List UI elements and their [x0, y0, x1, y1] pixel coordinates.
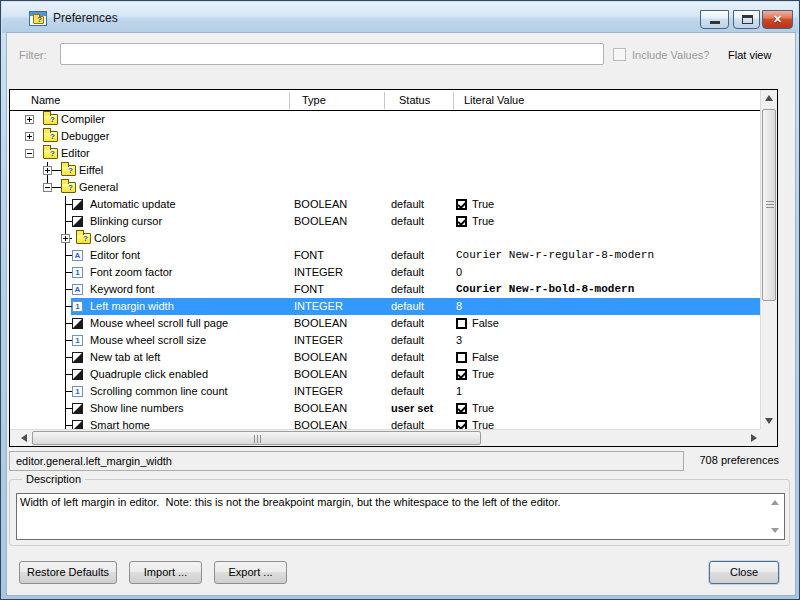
- selected-preference-path-box: editor.general.left_margin_width: [9, 451, 684, 471]
- restore-defaults-button[interactable]: Restore Defaults: [19, 561, 117, 584]
- horizontal-scrollbar[interactable]: [10, 429, 760, 446]
- boolean-pref-icon: [72, 403, 83, 414]
- column-header-literal-value[interactable]: Literal Value: [464, 94, 524, 106]
- description-legend: Description: [22, 473, 85, 485]
- pref-value: True: [456, 366, 494, 383]
- scroll-up-icon[interactable]: [765, 95, 773, 101]
- titlebar[interactable]: Preferences ✕: [2, 2, 798, 33]
- pref-status: default: [391, 281, 424, 298]
- table-row[interactable]: Eiffel: [10, 162, 760, 179]
- pref-name: Scrolling common line count: [90, 383, 228, 400]
- maximize-button[interactable]: [733, 10, 760, 29]
- vertical-scrollbar[interactable]: [760, 90, 777, 429]
- description-text: Width of left margin in editor. Note: th…: [20, 496, 762, 508]
- import-button[interactable]: Import ...: [129, 561, 202, 584]
- pref-name: Eiffel: [79, 162, 103, 179]
- pref-name: Blinking cursor: [90, 213, 162, 230]
- minimize-button[interactable]: [700, 10, 729, 29]
- window-title: Preferences: [53, 11, 118, 25]
- table-row[interactable]: Debugger: [10, 128, 760, 145]
- pref-status: default: [391, 383, 424, 400]
- tree-line: [65, 425, 72, 426]
- close-button[interactable]: Close: [709, 561, 779, 584]
- pref-status: default: [391, 298, 424, 315]
- font-pref-icon: A: [72, 250, 83, 261]
- horizontal-scrollbar-thumb[interactable]: [32, 431, 481, 445]
- column-separator[interactable]: [384, 92, 385, 109]
- value-checkbox[interactable]: [456, 199, 467, 210]
- tree-expander[interactable]: [25, 132, 34, 141]
- pref-value: True: [456, 400, 494, 417]
- table-row[interactable]: Editor font FONT default Courier New-r-r…: [10, 247, 760, 264]
- tree-line: [65, 391, 72, 392]
- pref-value: 3: [456, 332, 462, 349]
- value-checkbox[interactable]: [456, 318, 467, 329]
- table-row[interactable]: Scrolling common line count INTEGER defa…: [10, 383, 760, 400]
- pref-value: Courier New-r-bold-8-modern: [456, 281, 634, 298]
- table-row[interactable]: Font zoom factor INTEGER default 0 1: [10, 264, 760, 281]
- table-row[interactable]: Automatic update BOOLEAN default True: [10, 196, 760, 213]
- table-row[interactable]: General: [10, 179, 760, 196]
- flat-view-toggle[interactable]: Flat view: [728, 49, 771, 61]
- include-values-checkbox[interactable]: [613, 48, 626, 61]
- tree-expander[interactable]: [43, 166, 52, 175]
- tree-line: [65, 255, 72, 256]
- pref-name: Editor font: [90, 247, 140, 264]
- value-checkbox[interactable]: [456, 369, 467, 380]
- integer-pref-icon: 1: [72, 301, 83, 312]
- boolean-pref-icon: [72, 199, 83, 210]
- pref-status: user set: [391, 400, 433, 417]
- tree-expander[interactable]: [25, 115, 34, 124]
- scroll-down-icon[interactable]: [765, 418, 773, 424]
- close-window-button[interactable]: ✕: [762, 10, 793, 29]
- pref-type: BOOLEAN: [294, 315, 347, 332]
- value-checkbox[interactable]: [456, 403, 467, 414]
- table-row[interactable]: Smart home BOOLEAN default True: [10, 417, 760, 429]
- tree-line: [52, 170, 61, 171]
- selected-preference-path: editor.general.left_margin_width: [16, 455, 172, 467]
- tree-line: [65, 221, 72, 222]
- column-separator[interactable]: [453, 92, 454, 109]
- table-row[interactable]: Compiler: [10, 111, 760, 128]
- column-header-status[interactable]: Status: [399, 94, 430, 106]
- tree-expander[interactable]: [43, 183, 52, 192]
- value-checkbox[interactable]: [456, 420, 467, 429]
- export-button[interactable]: Export ...: [214, 561, 287, 584]
- table-row[interactable]: Colors: [10, 230, 760, 247]
- grid-rows-viewport: Compiler Debugger Editor Eiffel General …: [10, 111, 760, 429]
- table-row[interactable]: Quadruple click enabled BOOLEAN default …: [10, 366, 760, 383]
- close-icon: ✕: [763, 13, 792, 26]
- integer-pref-icon: 1: [72, 335, 83, 346]
- pref-name: Show line numbers: [90, 400, 184, 417]
- pref-value: 0: [456, 264, 462, 281]
- column-header-type[interactable]: Type: [302, 94, 326, 106]
- table-row[interactable]: Mouse wheel scroll size INTEGER default …: [10, 332, 760, 349]
- scroll-right-icon[interactable]: [751, 434, 757, 442]
- table-row[interactable]: Left margin width INTEGER default 8 1: [10, 298, 760, 315]
- filter-input[interactable]: [60, 43, 604, 65]
- tree-expander[interactable]: [61, 234, 70, 243]
- pref-status: default: [391, 315, 424, 332]
- table-row[interactable]: New tab at left BOOLEAN default False: [10, 349, 760, 366]
- description-scroll-up-icon[interactable]: [771, 500, 779, 505]
- pref-status: default: [391, 247, 424, 264]
- description-box[interactable]: Width of left margin in editor. Note: th…: [16, 493, 785, 540]
- column-header-name[interactable]: Name: [31, 94, 60, 106]
- table-row[interactable]: Editor: [10, 145, 760, 162]
- column-separator[interactable]: [289, 92, 290, 109]
- description-scroll-down-icon[interactable]: [771, 528, 779, 533]
- scroll-left-icon[interactable]: [21, 434, 27, 442]
- folder-icon: [43, 114, 58, 125]
- table-row[interactable]: Blinking cursor BOOLEAN default True: [10, 213, 760, 230]
- pref-type: BOOLEAN: [294, 366, 347, 383]
- table-row[interactable]: Keyword font FONT default Courier New-r-…: [10, 281, 760, 298]
- value-checkbox[interactable]: [456, 352, 467, 363]
- value-checkbox[interactable]: [456, 216, 467, 227]
- table-row[interactable]: Mouse wheel scroll full page BOOLEAN def…: [10, 315, 760, 332]
- pref-name: Mouse wheel scroll full page: [90, 315, 228, 332]
- tree-expander[interactable]: [25, 149, 34, 158]
- value-checkbox-label: False: [472, 317, 499, 329]
- table-row[interactable]: Show line numbers BOOLEAN user set True: [10, 400, 760, 417]
- vertical-scrollbar-thumb[interactable]: [762, 109, 776, 301]
- boolean-pref-icon: [72, 369, 83, 380]
